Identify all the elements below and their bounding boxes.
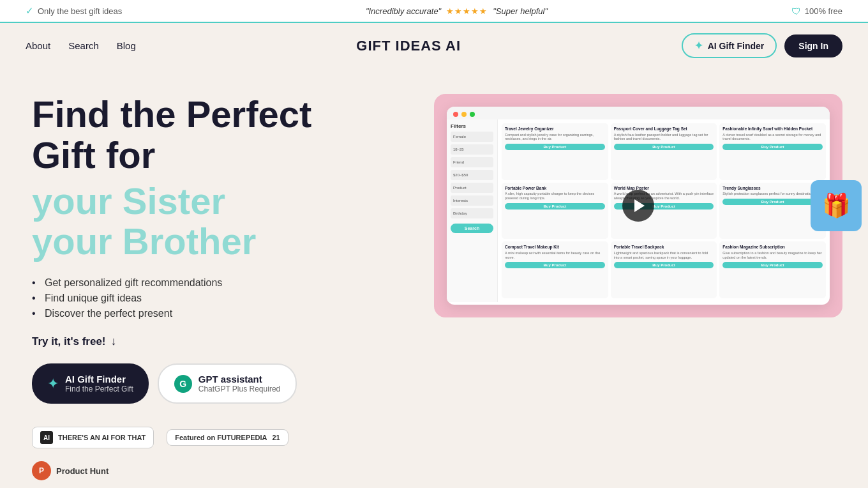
check-icon: ✓ (26, 5, 34, 17)
bullet-3: Discover the perfect present (32, 308, 377, 319)
nav-about[interactable]: About (26, 40, 50, 51)
top-banner: ✓ Only the best gift ideas "Incredibly a… (0, 0, 868, 23)
hero-section: Find the Perfect Gift for your Sister yo… (0, 68, 868, 488)
nav-gift-finder-button[interactable]: ✦ AI Gift Finder (682, 33, 777, 58)
filter-interests: Interests (451, 195, 493, 206)
gpt-btn-sub: ChatGPT Plus Required (198, 385, 281, 393)
dot-red (453, 112, 458, 117)
screenshot-sidebar: Filters Female 18–25 Friend $20–$50 Prod… (447, 119, 498, 302)
gift-card-2: Fashionable Infinity Scarf with Hidden P… (719, 123, 826, 180)
banner-left-text: Only the best gift ideas (38, 6, 122, 16)
buy-btn-5[interactable]: Buy Product (722, 199, 823, 205)
product-screenshot: Filters Female 18–25 Friend $20–$50 Prod… (434, 94, 842, 317)
sparkle-icon: ✦ (694, 40, 703, 52)
producthunt-badge: P Product Hunt (32, 461, 108, 480)
gift-card-desc-0: Compact and stylish jewelry case for org… (505, 133, 605, 141)
badges-row: AI THERE'S AN AI FOR THAT Featured on FU… (32, 427, 377, 480)
buy-btn-3[interactable]: Buy Product (505, 203, 605, 210)
gift-card-title-3: Portable Power Bank (505, 186, 605, 191)
dot-green (470, 112, 475, 117)
banner-left: ✓ Only the best gift ideas (26, 5, 122, 17)
filter-age: 18–25 (451, 144, 493, 155)
nav-blog[interactable]: Blog (117, 40, 136, 51)
ai-gift-finder-button[interactable]: ✦ AI Gift Finder Find the Perfect Gift (32, 363, 149, 404)
hero-animated-text: your Sister your Brother (32, 181, 377, 263)
banner-center: "Incredibly accurate" ★★★★★ "Super helpf… (366, 6, 548, 16)
nav-gift-finder-label: AI Gift Finder (708, 41, 765, 51)
filter-budget: $20–$50 (451, 170, 493, 180)
gift-box-float: 🎁 (811, 180, 862, 231)
free-icon: 🛡 (791, 6, 801, 17)
gift-card-desc-7: Lightweight and spacious backpack that i… (614, 251, 714, 259)
buy-btn-7[interactable]: Buy Product (614, 262, 714, 268)
futurepedia-label: Featured on FUTUREPEDIA (175, 434, 267, 441)
buy-btn-2[interactable]: Buy Product (722, 144, 823, 150)
buy-btn-0[interactable]: Buy Product (505, 144, 605, 150)
gift-card-desc-3: A slim, high capacity portable charger t… (505, 192, 605, 200)
hero-anim-line1: your Sister (32, 180, 225, 222)
producthunt-icon: P (32, 461, 51, 480)
gift-card-1: Passport Cover and Luggage Tag Set A sty… (611, 123, 717, 180)
dot-yellow (461, 112, 467, 117)
gift-card-title-6: Compact Travel Makeup Kit (505, 245, 605, 250)
hero-title: Find the Perfect Gift for (32, 94, 377, 176)
hero-left: Find the Perfect Gift for your Sister yo… (32, 94, 377, 488)
gift-card-title-2: Fashionable Infinity Scarf with Hidden P… (722, 126, 823, 132)
gift-card-title-8: Fashion Magazine Subscription (722, 245, 823, 250)
gift-card-8: Fashion Magazine Subscription Give subsc… (719, 241, 826, 298)
gift-card-desc-1: A stylish faux leather passport holder a… (614, 133, 714, 141)
ai-gift-btn-sub: Find the Perfect Gift (65, 385, 133, 393)
nav-brand: GIFT IDEAS AI (356, 38, 461, 54)
ai-gift-btn-title: AI Gift Finder (65, 374, 126, 385)
filter-title: Filters (451, 123, 493, 129)
banner-right-text: 100% free (805, 6, 842, 16)
gift-card-7: Portable Travel Backpack Lightweight and… (611, 241, 717, 298)
quote1: "Incredibly accurate" (366, 6, 441, 16)
banner-right: 🛡 100% free (791, 6, 842, 17)
gpt-icon: G (174, 375, 192, 393)
gift-card-desc-5: Stylish protection sunglasses perfect fo… (722, 192, 823, 196)
sidebar-search-button[interactable]: Search (451, 224, 493, 233)
bullet-2: Find unique gift ideas (32, 293, 377, 304)
gift-card-0: Travel Jewelry Organizer Compact and sty… (502, 123, 608, 180)
nav-right: ✦ AI Gift Finder Sign In (682, 33, 842, 58)
hero-title-line2: Gift for (32, 134, 155, 176)
hero-right: Filters Female 18–25 Friend $20–$50 Prod… (396, 94, 842, 317)
gift-card-title-1: Passport Cover and Luggage Tag Set (614, 126, 714, 132)
ai-gift-btn-labels: AI Gift Finder Find the Perfect Gift (65, 374, 133, 393)
gift-card-desc-8: Give subscription to a fashion and beaut… (722, 251, 823, 259)
gift-card-desc-6: A mini makeup set with essential items f… (505, 251, 605, 259)
aiforthat-label: THERE'S AN AI FOR THAT (58, 434, 146, 441)
gift-card-desc-2: A clever travel scarf doubled as a secre… (722, 133, 823, 141)
gpt-btn-title: GPT assistant (198, 374, 262, 385)
try-it-text: Try it, it's free! ↓ (32, 335, 377, 348)
futurepedia-count: 21 (273, 434, 280, 441)
filter-gender: Female (451, 132, 493, 142)
cta-buttons: ✦ AI Gift Finder Find the Perfect Gift G… (32, 363, 377, 404)
hero-bullets: Get personalized gift recommendations Fi… (32, 277, 377, 319)
play-button[interactable] (622, 190, 654, 222)
futurepedia-badge: Featured on FUTUREPEDIA 21 (167, 429, 288, 446)
aiforthat-icon: AI (40, 431, 53, 444)
gpt-assistant-button[interactable]: G GPT assistant ChatGPT Plus Required (158, 363, 297, 404)
buy-btn-8[interactable]: Buy Product (722, 262, 823, 268)
gift-card-title-7: Portable Travel Backpack (614, 245, 714, 250)
star-rating: ★★★★★ (446, 6, 488, 16)
filter-relation: Friend (451, 157, 493, 167)
gift-card-title-4: World Map Poster (614, 186, 714, 191)
hero-title-line1: Find the Perfect (32, 93, 311, 135)
window-dots (447, 107, 830, 119)
arrow-down-icon: ↓ (111, 335, 117, 348)
sparkle-cta-icon: ✦ (47, 376, 59, 392)
buy-btn-1[interactable]: Buy Product (614, 144, 714, 150)
quote2: "Super helpful" (493, 6, 548, 16)
gift-card-6: Compact Travel Makeup Kit A mini makeup … (502, 241, 608, 298)
nav-left: About Search Blog (26, 40, 136, 51)
bullet-1: Get personalized gift recommendations (32, 277, 377, 289)
gift-cards-grid: Travel Jewelry Organizer Compact and sty… (498, 119, 830, 302)
nav-search[interactable]: Search (68, 40, 99, 51)
screenshot-inner: Filters Female 18–25 Friend $20–$50 Prod… (447, 107, 830, 305)
buy-btn-6[interactable]: Buy Product (505, 262, 605, 268)
gift-card-title-5: Trendy Sunglasses (722, 186, 823, 191)
nav-signin-button[interactable]: Sign In (784, 34, 842, 57)
